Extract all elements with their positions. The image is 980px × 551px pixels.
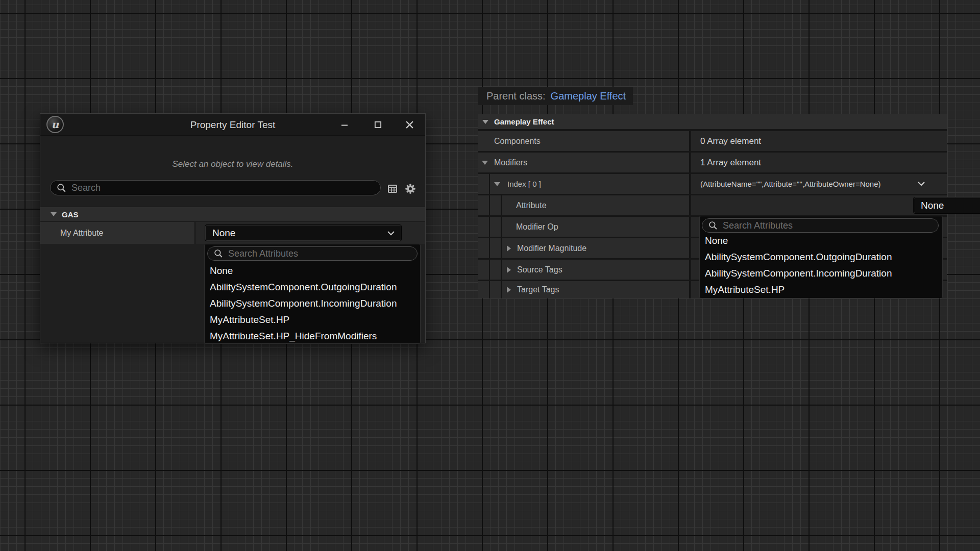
attribute-search-input[interactable] xyxy=(227,248,411,260)
dropdown-option[interactable]: AbilitySystemComponent.OutgoingDuration xyxy=(205,279,420,295)
property-editor-window: u Property Editor Test Select an object … xyxy=(40,113,426,343)
attribute-dropdown-popup: None AbilitySystemComponent.OutgoingDura… xyxy=(204,244,421,344)
chevron-down-icon[interactable] xyxy=(917,181,925,186)
row-label: Target Tags xyxy=(517,281,559,298)
attribute-search-bar[interactable] xyxy=(207,246,418,261)
expander-collapsed-icon[interactable] xyxy=(507,267,511,273)
search-input[interactable] xyxy=(70,182,374,194)
parent-class-label: Parent class: xyxy=(486,90,546,102)
dropdown-option[interactable]: AbilitySystemComponent.IncomingDuration xyxy=(700,265,942,282)
row-label: Attribute xyxy=(516,195,547,215)
array-count: 1 Array element xyxy=(700,153,761,172)
display-settings-button[interactable] xyxy=(386,183,399,195)
settings-button[interactable] xyxy=(404,183,416,195)
combobox-value: None xyxy=(921,200,944,211)
struct-value: (AttributeName="",Attribute="",Attribute… xyxy=(700,174,881,194)
window-titlebar[interactable]: u Property Editor Test xyxy=(40,114,425,136)
my-attribute-row: My Attribute None xyxy=(40,222,425,244)
my-attribute-combobox[interactable]: None xyxy=(205,224,402,241)
attribute-row: Attribute None xyxy=(478,195,947,215)
row-label: Index [ 0 ] xyxy=(507,174,541,194)
parent-class-bar: Parent class: Gameplay Effect xyxy=(478,87,633,105)
row-label: Modifier Magnitude xyxy=(517,238,586,258)
row-label: Modifiers xyxy=(494,153,527,172)
details-search-bar[interactable] xyxy=(50,180,381,195)
expander-collapsed-icon[interactable] xyxy=(507,287,511,293)
graph-editor-background: u Property Editor Test Select an object … xyxy=(0,0,980,551)
array-count: 0 Array element xyxy=(700,131,761,151)
expander-expanded-icon[interactable] xyxy=(482,161,488,165)
dropdown-option[interactable]: AbilitySystemComponent.OutgoingDuration xyxy=(700,249,942,265)
index-0-row: Index [ 0 ] (AttributeName="",Attribute=… xyxy=(478,174,947,194)
details-panel: Gameplay Effect Components 0 Array eleme… xyxy=(478,114,947,298)
parent-class-link[interactable]: Gameplay Effect xyxy=(551,90,626,102)
dropdown-option[interactable]: None xyxy=(700,233,942,249)
chevron-down-icon xyxy=(387,231,395,236)
attribute-search-input[interactable] xyxy=(722,220,932,232)
row-label: Source Tags xyxy=(517,260,562,280)
dropdown-option[interactable]: AbilitySystemComponent.IncomingDuration xyxy=(205,295,420,312)
property-label: My Attribute xyxy=(40,222,195,244)
maximize-button[interactable] xyxy=(366,114,389,136)
minimize-button[interactable] xyxy=(333,114,356,136)
table-view-icon xyxy=(387,184,398,194)
expander-expanded-icon[interactable] xyxy=(494,182,500,186)
search-icon xyxy=(57,183,66,193)
expander-collapsed-icon[interactable] xyxy=(507,245,511,252)
combobox-value: None xyxy=(212,228,235,239)
category-header-gas[interactable]: GAS xyxy=(40,207,425,222)
attribute-combobox[interactable]: None xyxy=(913,197,980,214)
dropdown-option[interactable]: None xyxy=(205,263,420,279)
gear-icon xyxy=(405,183,416,194)
minimize-icon xyxy=(340,121,349,129)
category-expanded-icon xyxy=(482,120,488,124)
components-row: Components 0 Array element xyxy=(478,131,947,151)
dropdown-option[interactable]: MyAttributeSet.HP xyxy=(700,282,942,298)
search-icon xyxy=(214,249,223,258)
category-header-gameplay-effect[interactable]: Gameplay Effect xyxy=(478,114,947,129)
search-icon xyxy=(708,221,718,230)
maximize-icon xyxy=(374,121,382,129)
close-button[interactable] xyxy=(398,114,421,136)
row-label: Components xyxy=(494,131,541,151)
row-label: Modifier Op xyxy=(516,217,558,237)
close-icon xyxy=(405,120,414,129)
attribute-search-bar[interactable] xyxy=(702,218,939,233)
modifiers-row: Modifiers 1 Array element xyxy=(478,153,947,172)
category-label: GAS xyxy=(62,210,79,219)
attribute-dropdown-popup: None AbilitySystemComponent.OutgoingDura… xyxy=(699,216,943,298)
category-label: Gameplay Effect xyxy=(494,117,554,126)
dropdown-option[interactable]: MyAttributeSet.HP xyxy=(205,312,420,328)
category-expanded-icon xyxy=(51,212,57,216)
dropdown-option[interactable]: MyAttributeSet.HP_HideFromModifiers xyxy=(205,328,420,344)
empty-selection-hint: Select an object to view details. xyxy=(40,159,425,169)
